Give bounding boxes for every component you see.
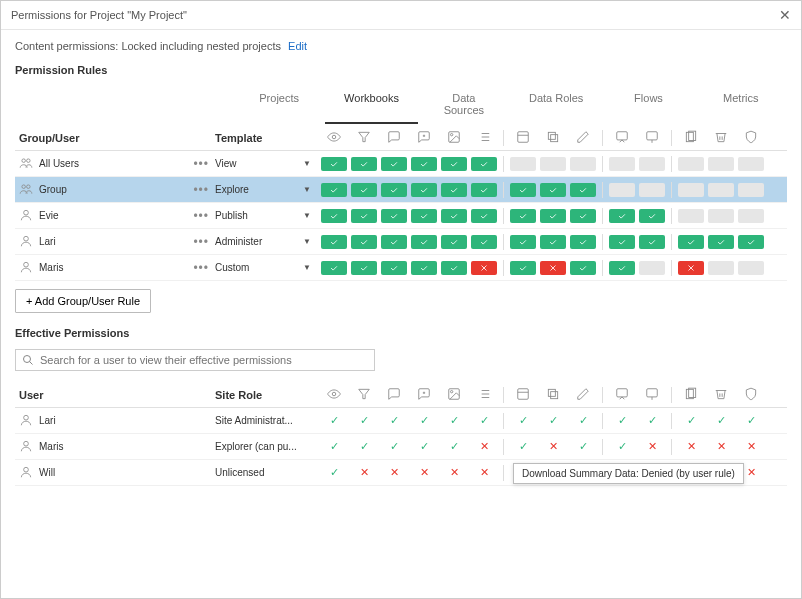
tab-metrics[interactable]: Metrics <box>695 86 787 124</box>
capability-cell[interactable] <box>678 183 704 197</box>
capability-cell[interactable] <box>351 183 377 197</box>
capability-cell[interactable] <box>510 209 536 223</box>
capability-cell[interactable] <box>321 235 347 249</box>
more-icon[interactable]: ••• <box>193 157 209 171</box>
capability-cell[interactable] <box>738 235 764 249</box>
capability-cell[interactable] <box>570 235 596 249</box>
rule-row[interactable]: Maris•••Custom▼ <box>15 255 787 281</box>
template-select[interactable]: View▼ <box>215 158 321 169</box>
capability-cell[interactable] <box>540 235 566 249</box>
capability-cell[interactable] <box>609 209 635 223</box>
capability-cell[interactable] <box>708 209 734 223</box>
capability-cell[interactable] <box>678 235 704 249</box>
effective-row[interactable]: LariSite Administrat...✓✓✓✓✓✓✓✓✓✓✓✓✓✓ <box>15 408 787 434</box>
capability-cell[interactable] <box>510 261 536 275</box>
effective-row[interactable]: MarisExplorer (can pu...✓✓✓✓✓✕✓✕✓✓✕✕✕✕ <box>15 434 787 460</box>
tab-flows[interactable]: Flows <box>602 86 694 124</box>
rule-row[interactable]: All Users•••View▼ <box>15 151 787 177</box>
capability-cell[interactable] <box>708 235 734 249</box>
capability-cell[interactable] <box>411 183 437 197</box>
edit-link[interactable]: Edit <box>288 40 307 52</box>
capability-cell[interactable] <box>678 261 704 275</box>
close-icon[interactable]: ✕ <box>779 7 791 23</box>
capability-cell[interactable] <box>321 183 347 197</box>
capability-cell[interactable] <box>639 261 665 275</box>
tab-data-roles[interactable]: Data Roles <box>510 86 602 124</box>
rule-row[interactable]: Lari•••Administer▼ <box>15 229 787 255</box>
capability-cell[interactable] <box>570 261 596 275</box>
capability-cell[interactable] <box>540 261 566 275</box>
tab-projects[interactable]: Projects <box>233 86 325 124</box>
capability-cell[interactable] <box>570 157 596 171</box>
capability-cell[interactable] <box>609 157 635 171</box>
capability-cell[interactable] <box>609 261 635 275</box>
capability-cell[interactable] <box>351 157 377 171</box>
rule-row[interactable]: Group•••Explore▼ <box>15 177 787 203</box>
capability-cell[interactable] <box>321 261 347 275</box>
template-select[interactable]: Custom▼ <box>215 262 321 273</box>
capability-cell[interactable] <box>678 209 704 223</box>
capability-cell[interactable] <box>471 235 497 249</box>
effective-cell: ✕ <box>411 466 437 479</box>
capability-cell[interactable] <box>351 235 377 249</box>
capability-cell[interactable] <box>381 235 407 249</box>
capability-cell[interactable] <box>441 157 467 171</box>
capability-cell[interactable] <box>441 235 467 249</box>
capability-cell[interactable] <box>639 183 665 197</box>
capability-cell[interactable] <box>708 261 734 275</box>
effective-search[interactable] <box>15 349 375 371</box>
capability-cell[interactable] <box>540 183 566 197</box>
capability-cell[interactable] <box>441 183 467 197</box>
capability-cell[interactable] <box>510 235 536 249</box>
more-icon[interactable]: ••• <box>193 209 209 223</box>
capability-cell[interactable] <box>381 183 407 197</box>
capability-cell[interactable] <box>411 235 437 249</box>
template-select[interactable]: Administer▼ <box>215 236 321 247</box>
rule-row[interactable]: Evie•••Publish▼ <box>15 203 787 229</box>
more-icon[interactable]: ••• <box>193 261 209 275</box>
capability-cell[interactable] <box>540 157 566 171</box>
capability-cell[interactable] <box>738 183 764 197</box>
capability-cell[interactable] <box>738 261 764 275</box>
capability-cell[interactable] <box>351 261 377 275</box>
capability-cell[interactable] <box>381 157 407 171</box>
capability-cell[interactable] <box>321 157 347 171</box>
capability-cell[interactable] <box>381 261 407 275</box>
capability-cell[interactable] <box>678 157 704 171</box>
capability-cell[interactable] <box>381 209 407 223</box>
tab-data-sources[interactable]: Data Sources <box>418 86 510 124</box>
capability-cell[interactable] <box>411 261 437 275</box>
effective-search-input[interactable] <box>40 354 368 366</box>
capability-cell[interactable] <box>510 183 536 197</box>
capability-cell[interactable] <box>639 235 665 249</box>
tab-workbooks[interactable]: Workbooks <box>325 86 417 124</box>
capability-cell[interactable] <box>609 235 635 249</box>
capability-cell[interactable] <box>471 209 497 223</box>
capability-cell[interactable] <box>441 209 467 223</box>
capability-cell[interactable] <box>540 209 566 223</box>
capability-cell[interactable] <box>738 209 764 223</box>
capability-cell[interactable] <box>441 261 467 275</box>
capability-cell[interactable] <box>609 183 635 197</box>
capability-cell[interactable] <box>639 209 665 223</box>
capability-cell[interactable] <box>570 209 596 223</box>
capability-cell[interactable] <box>708 157 734 171</box>
add-group-user-button[interactable]: + Add Group/User Rule <box>15 289 151 313</box>
template-select[interactable]: Publish▼ <box>215 210 321 221</box>
capability-cell[interactable] <box>639 157 665 171</box>
more-icon[interactable]: ••• <box>193 183 209 197</box>
capability-cell[interactable] <box>321 209 347 223</box>
template-select[interactable]: Explore▼ <box>215 184 321 195</box>
more-icon[interactable]: ••• <box>193 235 209 249</box>
capability-cell[interactable] <box>570 183 596 197</box>
capability-cell[interactable] <box>708 183 734 197</box>
capability-cell[interactable] <box>351 209 377 223</box>
effective-row[interactable]: WillUnlicensed✓✕✕✕✕✕✕✕✕✕✕✕✕✕Download Sum… <box>15 460 787 486</box>
capability-cell[interactable] <box>738 157 764 171</box>
capability-cell[interactable] <box>471 261 497 275</box>
capability-cell[interactable] <box>411 157 437 171</box>
capability-cell[interactable] <box>411 209 437 223</box>
capability-cell[interactable] <box>510 157 536 171</box>
capability-cell[interactable] <box>471 157 497 171</box>
capability-cell[interactable] <box>471 183 497 197</box>
